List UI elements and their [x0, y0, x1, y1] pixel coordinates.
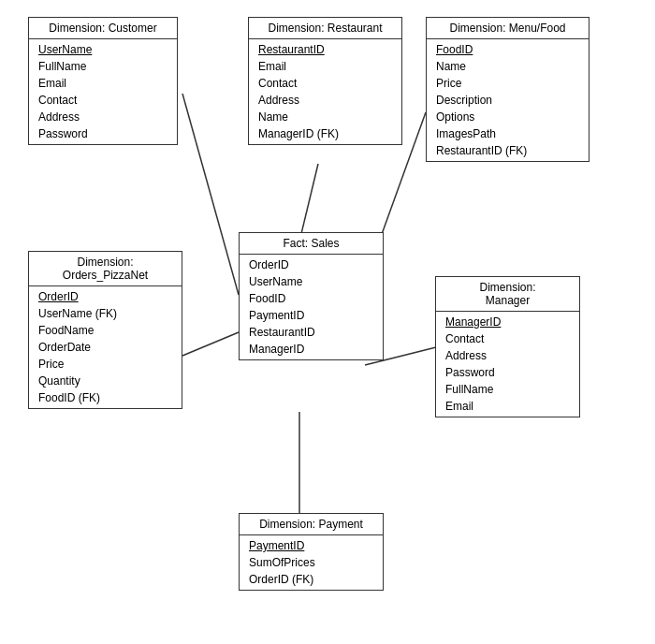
svg-line-1 [299, 164, 318, 242]
menufood-table: Dimension: Menu/Food FoodID Name Price D… [426, 17, 590, 162]
fact-field-orderid: OrderID [240, 256, 383, 273]
customer-field-fullname: FullName [29, 58, 177, 75]
manager-table: Dimension:Manager ManagerID Contact Addr… [435, 276, 580, 417]
fact-field-foodid: FoodID [240, 290, 383, 307]
orders-field-username: UserName (FK) [29, 305, 182, 322]
fact-field-restaurantid: RestaurantID [240, 324, 383, 341]
restaurant-field-managerid: ManagerID (FK) [249, 125, 401, 142]
manager-header: Dimension:Manager [436, 277, 579, 312]
fact-field-username: UserName [240, 273, 383, 290]
payment-field-id: PaymentID [240, 537, 383, 554]
restaurant-header: Dimension: Restaurant [249, 18, 401, 39]
payment-body: PaymentID SumOfPrices OrderID (FK) [240, 535, 383, 590]
customer-field-username: UserName [29, 41, 177, 58]
fact-sales-body: OrderID UserName FoodID PaymentID Restau… [240, 255, 383, 359]
menufood-field-imagespath: ImagesPath [427, 125, 589, 142]
customer-body: UserName FullName Email Contact Address … [29, 39, 177, 144]
restaurant-field-id: RestaurantID [249, 41, 401, 58]
manager-field-password: Password [436, 364, 579, 381]
restaurant-table: Dimension: Restaurant RestaurantID Email… [248, 17, 402, 145]
customer-header: Dimension: Customer [29, 18, 177, 39]
orders-field-quantity: Quantity [29, 373, 182, 389]
payment-field-orderid: OrderID (FK) [240, 571, 383, 588]
orders-field-foodid: FoodID (FK) [29, 389, 182, 406]
menufood-field-price: Price [427, 75, 589, 92]
orders-field-price: Price [29, 356, 182, 373]
orders-body: OrderID UserName (FK) FoodName OrderDate… [29, 286, 182, 408]
menufood-field-description: Description [427, 92, 589, 109]
customer-field-contact: Contact [29, 92, 177, 109]
menufood-body: FoodID Name Price Description Options Im… [427, 39, 589, 161]
orders-table: Dimension:Orders_PizzaNet OrderID UserNa… [28, 251, 182, 409]
fact-field-managerid: ManagerID [240, 341, 383, 358]
orders-header: Dimension:Orders_PizzaNet [29, 252, 182, 286]
customer-field-address: Address [29, 109, 177, 125]
customer-field-email: Email [29, 75, 177, 92]
orders-field-orderdate: OrderDate [29, 339, 182, 356]
manager-body: ManagerID Contact Address Password FullN… [436, 312, 579, 417]
diagram-container: Dimension: Customer UserName FullName Em… [0, 0, 655, 644]
customer-table: Dimension: Customer UserName FullName Em… [28, 17, 178, 145]
manager-field-email: Email [436, 398, 579, 415]
restaurant-field-contact: Contact [249, 75, 401, 92]
restaurant-field-address: Address [249, 92, 401, 109]
menufood-header: Dimension: Menu/Food [427, 18, 589, 39]
customer-field-password: Password [29, 125, 177, 142]
restaurant-field-email: Email [249, 58, 401, 75]
menufood-field-id: FoodID [427, 41, 589, 58]
menufood-field-name: Name [427, 58, 589, 75]
restaurant-field-name: Name [249, 109, 401, 125]
restaurant-body: RestaurantID Email Contact Address Name … [249, 39, 401, 144]
payment-header: Dimension: Payment [240, 514, 383, 535]
manager-field-fullname: FullName [436, 381, 579, 398]
fact-sales-table: Fact: Sales OrderID UserName FoodID Paym… [239, 232, 384, 360]
svg-line-0 [182, 94, 239, 295]
fact-sales-header: Fact: Sales [240, 233, 383, 255]
manager-field-address: Address [436, 347, 579, 364]
manager-field-contact: Contact [436, 330, 579, 347]
payment-field-sumofprices: SumOfPrices [240, 554, 383, 571]
svg-line-3 [182, 332, 239, 356]
manager-field-id: ManagerID [436, 314, 579, 330]
menufood-field-restaurantid: RestaurantID (FK) [427, 142, 589, 159]
orders-field-orderid: OrderID [29, 288, 182, 305]
orders-field-foodname: FoodName [29, 322, 182, 339]
fact-field-paymentid: PaymentID [240, 307, 383, 324]
payment-table: Dimension: Payment PaymentID SumOfPrices… [239, 513, 384, 591]
menufood-field-options: Options [427, 109, 589, 125]
